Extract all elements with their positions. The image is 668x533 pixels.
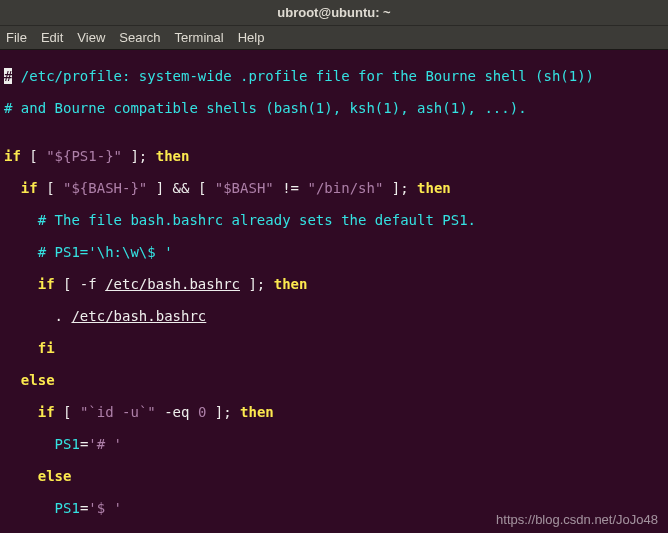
menubar: File Edit View Search Terminal Help <box>0 26 668 50</box>
code-line: if [ "${BASH-}" ] && [ "$BASH" != "/bin/… <box>4 180 664 196</box>
window-title: ubroot@ubuntu: ~ <box>277 5 390 20</box>
code-line: fi <box>4 340 664 356</box>
menu-file[interactable]: File <box>6 30 27 45</box>
code-line: if [ "${PS1-}" ]; then <box>4 148 664 164</box>
code-line: PS1='# ' <box>4 436 664 452</box>
code-line: else <box>4 372 664 388</box>
watermark: https://blog.csdn.net/JoJo48 <box>496 512 658 527</box>
code-line: # PS1='\h:\w\$ ' <box>4 244 664 260</box>
code-line: # /etc/profile: system-wide .profile fil… <box>4 68 664 84</box>
menu-help[interactable]: Help <box>238 30 265 45</box>
code-line: else <box>4 468 664 484</box>
code-line: if [ -f /etc/bash.bashrc ]; then <box>4 276 664 292</box>
code-line: # The file bash.bashrc already sets the … <box>4 212 664 228</box>
terminal-content[interactable]: # /etc/profile: system-wide .profile fil… <box>0 50 668 533</box>
menu-view[interactable]: View <box>77 30 105 45</box>
menu-terminal[interactable]: Terminal <box>175 30 224 45</box>
code-line: # and Bourne compatible shells (bash(1),… <box>4 100 664 116</box>
code-line: . /etc/bash.bashrc <box>4 308 664 324</box>
code-line: if [ "`id -u`" -eq 0 ]; then <box>4 404 664 420</box>
menu-edit[interactable]: Edit <box>41 30 63 45</box>
menu-search[interactable]: Search <box>119 30 160 45</box>
window-titlebar: ubroot@ubuntu: ~ <box>0 0 668 26</box>
